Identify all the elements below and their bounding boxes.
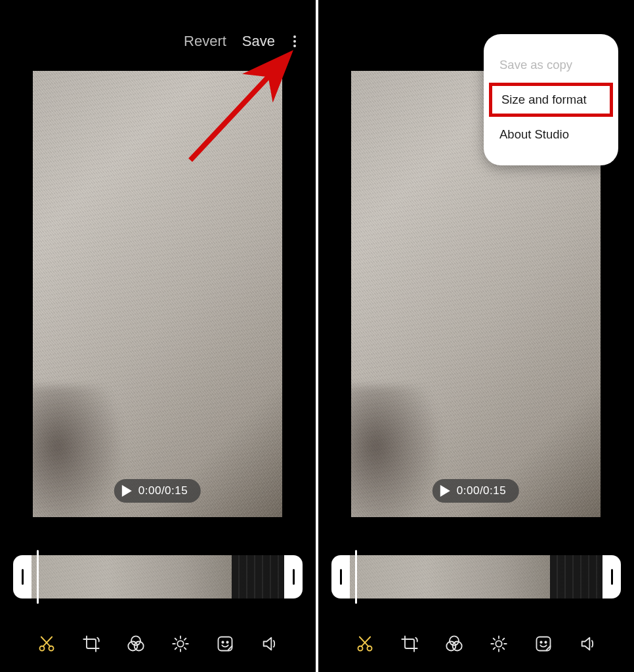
svg-line-33: [502, 648, 503, 649]
crop-tool-icon[interactable]: [81, 634, 101, 654]
sticker-tool-icon[interactable]: [215, 634, 235, 654]
svg-line-34: [493, 648, 494, 649]
playhead[interactable]: [355, 550, 357, 604]
svg-point-19: [226, 642, 228, 643]
time-display: 0:00/0:15: [138, 484, 188, 497]
menu-item-about-studio[interactable]: About Studio: [484, 118, 618, 151]
svg-point-8: [177, 640, 183, 646]
revert-button[interactable]: Revert: [184, 33, 226, 50]
trim-handle-left[interactable]: [13, 555, 32, 598]
audio-tool-icon[interactable]: [578, 634, 598, 654]
svg-point-7: [134, 642, 143, 651]
video-preview[interactable]: 0:00/0:15: [33, 71, 282, 517]
adjust-tool-icon[interactable]: [171, 634, 190, 654]
svg-line-15: [175, 648, 176, 649]
trim-timeline[interactable]: [331, 555, 621, 598]
more-options-icon[interactable]: [291, 33, 299, 50]
svg-line-23: [359, 637, 368, 646]
timeline-frames[interactable]: [32, 555, 284, 598]
trim-tool-icon[interactable]: [355, 634, 375, 654]
trim-handle-right[interactable]: [284, 555, 303, 598]
playhead[interactable]: [37, 550, 39, 604]
svg-line-3: [43, 637, 51, 646]
menu-item-save-as-copy[interactable]: Save as copy: [484, 49, 618, 81]
menu-item-size-and-format[interactable]: Size and format: [489, 83, 613, 117]
svg-line-32: [493, 639, 494, 640]
svg-line-4: [41, 637, 49, 646]
svg-point-38: [545, 642, 546, 643]
editor-screen-before: Revert Save 0:00/0:15: [0, 0, 316, 672]
filters-tool-icon[interactable]: [126, 634, 146, 654]
svg-line-22: [361, 637, 370, 646]
save-button[interactable]: Save: [242, 33, 275, 50]
editor-screen-menu-open: 0:00/0:15 Save as copy Size and format A…: [318, 0, 634, 672]
svg-point-26: [452, 642, 461, 651]
time-display: 0:00/0:15: [457, 484, 506, 497]
svg-line-13: [175, 639, 176, 640]
trim-handle-right[interactable]: [602, 555, 621, 598]
bottom-toolbar: [318, 634, 634, 654]
svg-point-5: [131, 636, 140, 645]
play-icon: [122, 485, 132, 497]
overflow-menu: Save as copy Size and format About Studi…: [484, 34, 618, 165]
svg-point-24: [450, 636, 459, 645]
svg-point-27: [496, 640, 501, 646]
timeline-frames[interactable]: [350, 555, 602, 598]
sticker-tool-icon[interactable]: [534, 634, 553, 654]
top-bar: Revert Save: [184, 33, 299, 50]
adjust-tool-icon[interactable]: [489, 634, 509, 654]
crop-tool-icon[interactable]: [400, 634, 419, 654]
playback-badge[interactable]: 0:00/0:15: [433, 479, 519, 503]
svg-line-14: [184, 648, 185, 649]
playback-badge[interactable]: 0:00/0:15: [114, 479, 201, 503]
trim-timeline[interactable]: [13, 555, 303, 598]
play-icon: [440, 485, 450, 497]
svg-point-18: [222, 642, 223, 643]
audio-tool-icon[interactable]: [260, 634, 280, 654]
svg-line-35: [502, 639, 503, 640]
trim-tool-icon[interactable]: [37, 634, 56, 654]
trim-handle-left[interactable]: [331, 555, 350, 598]
filters-tool-icon[interactable]: [444, 634, 464, 654]
svg-point-37: [540, 642, 541, 643]
bottom-toolbar: [0, 634, 316, 654]
svg-line-16: [184, 639, 185, 640]
